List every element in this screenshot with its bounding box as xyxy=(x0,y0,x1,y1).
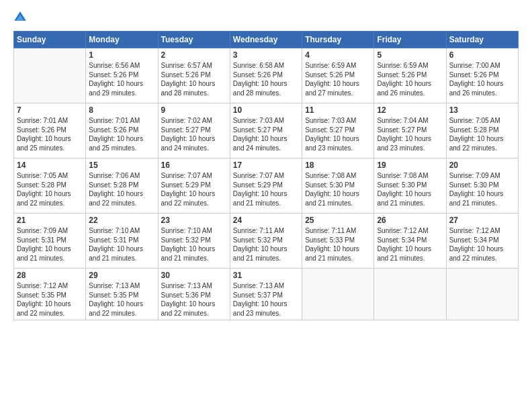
calendar-day-cell: 27Sunrise: 7:12 AMSunset: 5:34 PMDayligh… xyxy=(446,214,518,269)
calendar-day-cell: 24Sunrise: 7:11 AMSunset: 5:32 PMDayligh… xyxy=(230,214,302,269)
day-info: Sunrise: 7:11 AMSunset: 5:33 PMDaylight:… xyxy=(305,226,371,263)
day-info: Sunrise: 7:08 AMSunset: 5:30 PMDaylight:… xyxy=(305,171,371,208)
day-number: 7 xyxy=(17,105,83,115)
calendar-day-cell xyxy=(446,269,518,320)
day-info: Sunrise: 7:12 AMSunset: 5:35 PMDaylight:… xyxy=(17,281,83,318)
logo xyxy=(13,11,30,24)
day-number: 25 xyxy=(305,216,371,225)
day-info: Sunrise: 7:09 AMSunset: 5:30 PMDaylight:… xyxy=(449,171,515,208)
day-number: 26 xyxy=(377,216,443,225)
day-info: Sunrise: 7:01 AMSunset: 5:26 PMDaylight:… xyxy=(17,116,83,152)
day-info: Sunrise: 7:13 AMSunset: 5:37 PMDaylight:… xyxy=(233,281,299,318)
day-number: 27 xyxy=(449,216,515,225)
day-info: Sunrise: 7:13 AMSunset: 5:35 PMDaylight:… xyxy=(89,281,154,318)
day-number: 17 xyxy=(233,161,299,170)
logo-icon xyxy=(13,11,27,24)
calendar-header-monday: Monday xyxy=(86,32,158,48)
calendar-week-row: 21Sunrise: 7:09 AMSunset: 5:31 PMDayligh… xyxy=(14,214,519,269)
day-number: 23 xyxy=(161,216,227,225)
calendar-day-cell: 19Sunrise: 7:08 AMSunset: 5:30 PMDayligh… xyxy=(374,158,446,214)
calendar-header-friday: Friday xyxy=(374,32,446,48)
calendar-day-cell: 14Sunrise: 7:05 AMSunset: 5:28 PMDayligh… xyxy=(14,158,86,214)
calendar-day-cell: 23Sunrise: 7:10 AMSunset: 5:32 PMDayligh… xyxy=(158,214,230,269)
day-number: 29 xyxy=(89,271,154,280)
calendar-day-cell: 11Sunrise: 7:03 AMSunset: 5:27 PMDayligh… xyxy=(302,103,374,158)
calendar-week-row: 7Sunrise: 7:01 AMSunset: 5:26 PMDaylight… xyxy=(14,103,519,158)
day-info: Sunrise: 6:59 AMSunset: 5:26 PMDaylight:… xyxy=(377,61,443,97)
day-info: Sunrise: 7:05 AMSunset: 5:28 PMDaylight:… xyxy=(17,171,83,208)
calendar-day-cell: 13Sunrise: 7:05 AMSunset: 5:28 PMDayligh… xyxy=(446,103,518,158)
day-number: 30 xyxy=(161,271,227,280)
day-number: 21 xyxy=(17,216,83,225)
calendar-day-cell: 4Sunrise: 6:59 AMSunset: 5:26 PMDaylight… xyxy=(302,48,374,103)
day-info: Sunrise: 7:07 AMSunset: 5:29 PMDaylight:… xyxy=(161,171,227,208)
day-number: 5 xyxy=(377,50,443,60)
header xyxy=(13,11,519,24)
calendar-day-cell xyxy=(302,269,374,320)
calendar-week-row: 28Sunrise: 7:12 AMSunset: 5:35 PMDayligh… xyxy=(14,269,519,320)
calendar-day-cell: 16Sunrise: 7:07 AMSunset: 5:29 PMDayligh… xyxy=(158,158,230,214)
day-info: Sunrise: 6:59 AMSunset: 5:26 PMDaylight:… xyxy=(305,61,371,97)
calendar-table: SundayMondayTuesdayWednesdayThursdayFrid… xyxy=(13,31,519,320)
day-number: 13 xyxy=(449,105,515,115)
day-number: 24 xyxy=(233,216,299,225)
calendar-day-cell: 1Sunrise: 6:56 AMSunset: 5:26 PMDaylight… xyxy=(86,48,158,103)
calendar-day-cell: 5Sunrise: 6:59 AMSunset: 5:26 PMDaylight… xyxy=(374,48,446,103)
day-number: 22 xyxy=(89,216,154,225)
day-number: 10 xyxy=(233,105,299,115)
calendar-header-thursday: Thursday xyxy=(302,32,374,48)
calendar-header-row: SundayMondayTuesdayWednesdayThursdayFrid… xyxy=(14,32,519,48)
day-number: 8 xyxy=(89,105,154,115)
day-info: Sunrise: 7:03 AMSunset: 5:27 PMDaylight:… xyxy=(233,116,299,152)
day-number: 11 xyxy=(305,105,371,115)
calendar-day-cell: 21Sunrise: 7:09 AMSunset: 5:31 PMDayligh… xyxy=(14,214,86,269)
day-number: 31 xyxy=(233,271,299,280)
calendar-header-saturday: Saturday xyxy=(446,32,518,48)
calendar-week-row: 1Sunrise: 6:56 AMSunset: 5:26 PMDaylight… xyxy=(14,48,519,103)
calendar-day-cell: 29Sunrise: 7:13 AMSunset: 5:35 PMDayligh… xyxy=(86,269,158,320)
day-info: Sunrise: 7:01 AMSunset: 5:26 PMDaylight:… xyxy=(89,116,154,152)
day-number: 28 xyxy=(17,271,83,280)
day-number: 12 xyxy=(377,105,443,115)
calendar-day-cell xyxy=(374,269,446,320)
calendar-day-cell: 8Sunrise: 7:01 AMSunset: 5:26 PMDaylight… xyxy=(86,103,158,158)
day-info: Sunrise: 7:09 AMSunset: 5:31 PMDaylight:… xyxy=(17,226,83,263)
calendar-day-cell: 28Sunrise: 7:12 AMSunset: 5:35 PMDayligh… xyxy=(14,269,86,320)
day-number: 20 xyxy=(449,161,515,170)
calendar-day-cell xyxy=(14,48,86,103)
day-number: 15 xyxy=(89,161,154,170)
calendar-day-cell: 26Sunrise: 7:12 AMSunset: 5:34 PMDayligh… xyxy=(374,214,446,269)
day-number: 2 xyxy=(161,50,227,60)
calendar-day-cell: 30Sunrise: 7:13 AMSunset: 5:36 PMDayligh… xyxy=(158,269,230,320)
calendar-week-row: 14Sunrise: 7:05 AMSunset: 5:28 PMDayligh… xyxy=(14,158,519,214)
day-number: 9 xyxy=(161,105,227,115)
calendar-header-wednesday: Wednesday xyxy=(230,32,302,48)
day-info: Sunrise: 7:13 AMSunset: 5:36 PMDaylight:… xyxy=(161,281,227,318)
day-info: Sunrise: 7:12 AMSunset: 5:34 PMDaylight:… xyxy=(377,226,443,263)
page: SundayMondayTuesdayWednesdayThursdayFrid… xyxy=(0,0,532,411)
calendar-day-cell: 2Sunrise: 6:57 AMSunset: 5:26 PMDaylight… xyxy=(158,48,230,103)
day-info: Sunrise: 6:58 AMSunset: 5:26 PMDaylight:… xyxy=(233,61,299,97)
day-info: Sunrise: 6:57 AMSunset: 5:26 PMDaylight:… xyxy=(161,61,227,97)
day-number: 14 xyxy=(17,161,83,170)
day-info: Sunrise: 7:04 AMSunset: 5:27 PMDaylight:… xyxy=(377,116,443,152)
calendar-day-cell: 18Sunrise: 7:08 AMSunset: 5:30 PMDayligh… xyxy=(302,158,374,214)
calendar-day-cell: 15Sunrise: 7:06 AMSunset: 5:28 PMDayligh… xyxy=(86,158,158,214)
calendar-day-cell: 22Sunrise: 7:10 AMSunset: 5:31 PMDayligh… xyxy=(86,214,158,269)
day-number: 16 xyxy=(161,161,227,170)
calendar-day-cell: 3Sunrise: 6:58 AMSunset: 5:26 PMDaylight… xyxy=(230,48,302,103)
day-info: Sunrise: 7:11 AMSunset: 5:32 PMDaylight:… xyxy=(233,226,299,263)
day-number: 4 xyxy=(305,50,371,60)
calendar-day-cell: 17Sunrise: 7:07 AMSunset: 5:29 PMDayligh… xyxy=(230,158,302,214)
day-number: 19 xyxy=(377,161,443,170)
calendar-day-cell: 7Sunrise: 7:01 AMSunset: 5:26 PMDaylight… xyxy=(14,103,86,158)
day-info: Sunrise: 7:07 AMSunset: 5:29 PMDaylight:… xyxy=(233,171,299,208)
calendar-day-cell: 9Sunrise: 7:02 AMSunset: 5:27 PMDaylight… xyxy=(158,103,230,158)
day-info: Sunrise: 7:02 AMSunset: 5:27 PMDaylight:… xyxy=(161,116,227,152)
calendar-day-cell: 12Sunrise: 7:04 AMSunset: 5:27 PMDayligh… xyxy=(374,103,446,158)
day-number: 1 xyxy=(89,50,154,60)
day-info: Sunrise: 7:08 AMSunset: 5:30 PMDaylight:… xyxy=(377,171,443,208)
day-info: Sunrise: 6:56 AMSunset: 5:26 PMDaylight:… xyxy=(89,61,154,97)
day-info: Sunrise: 7:05 AMSunset: 5:28 PMDaylight:… xyxy=(449,116,515,152)
day-info: Sunrise: 7:06 AMSunset: 5:28 PMDaylight:… xyxy=(89,171,154,208)
